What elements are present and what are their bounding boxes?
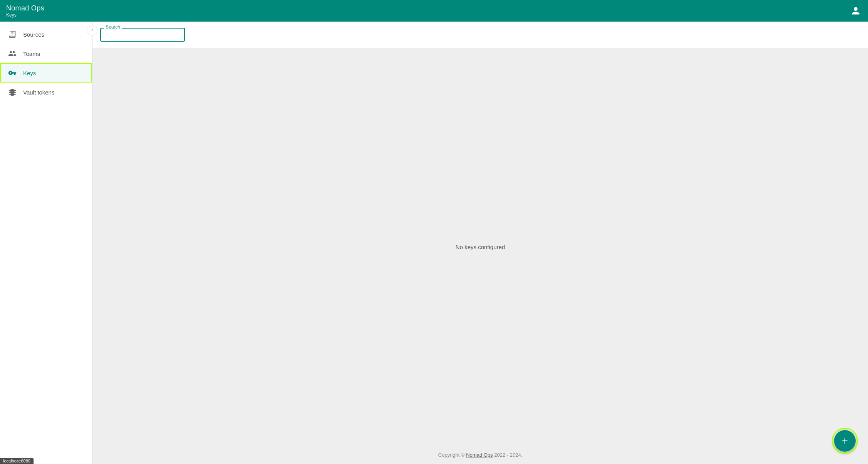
add-key-button[interactable]: +: [834, 430, 856, 452]
search-input[interactable]: [100, 28, 185, 42]
debug-bar: localhost:8080: [0, 458, 34, 464]
sidebar-keys-label: Keys: [23, 70, 36, 76]
vault-icon: [8, 88, 17, 96]
search-container: Search: [93, 22, 868, 48]
svg-rect-0: [11, 32, 13, 33]
user-icon[interactable]: [849, 5, 862, 17]
search-field-wrapper: Search: [100, 28, 185, 42]
search-label: Search: [104, 24, 122, 30]
sidebar-item-vault-tokens[interactable]: Vault tokens: [0, 83, 92, 102]
header-left: Nomad Ops Keys: [6, 4, 44, 18]
sidebar-item-keys[interactable]: Keys: [0, 63, 92, 83]
empty-state: No keys configured: [93, 48, 868, 446]
sidebar-teams-label: Teams: [23, 51, 40, 57]
receipt-icon: [8, 30, 17, 39]
content-footer: Copyright © Nomad Ops 2022 - 2024.: [93, 446, 868, 464]
sidebar-collapse-button[interactable]: ‹: [87, 25, 98, 35]
copyright-prefix: Copyright ©: [438, 452, 465, 458]
empty-message: No keys configured: [456, 244, 505, 250]
content-area: Search No keys configured Copyright © No…: [93, 22, 868, 464]
group-icon: [8, 49, 17, 58]
sidebar-item-teams[interactable]: Teams: [0, 44, 92, 63]
fab-plus-icon: +: [842, 435, 848, 447]
sidebar-vault-tokens-label: Vault tokens: [23, 89, 54, 96]
top-header: Nomad Ops Keys: [0, 0, 868, 22]
sidebar-nav: Sources Teams Keys: [0, 22, 92, 102]
brand-link[interactable]: Nomad Ops: [466, 452, 493, 458]
copyright-year: 2022 - 2024.: [494, 452, 522, 458]
svg-rect-1: [11, 34, 13, 34]
key-icon: [8, 69, 17, 77]
page-subtitle: Keys: [6, 12, 44, 18]
sidebar: ‹ Sources: [0, 22, 93, 464]
main-layout: ‹ Sources: [0, 22, 868, 464]
sidebar-sources-label: Sources: [23, 31, 44, 38]
sidebar-item-sources[interactable]: Sources: [0, 25, 92, 44]
debug-text: localhost:8080: [3, 459, 30, 463]
app-title: Nomad Ops: [6, 4, 44, 12]
